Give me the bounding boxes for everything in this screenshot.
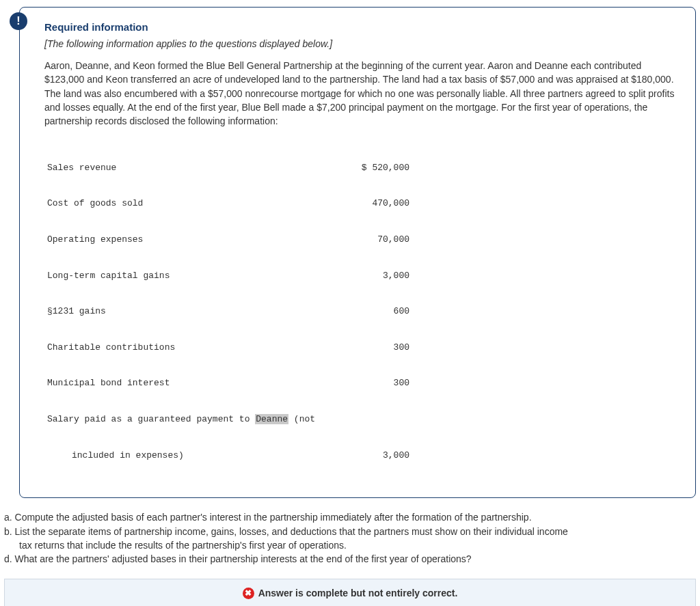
error-icon: ✖ — [243, 588, 254, 599]
question-a: a. Compute the adjusted basis of each pa… — [4, 510, 696, 524]
data-row: Long-term capital gains 3,000 — [47, 270, 677, 282]
question-b-cont: tax returns that include the results of … — [4, 538, 696, 552]
data-label: Salary paid as a guaranteed payment to D… — [47, 413, 334, 426]
data-row: Salary paid as a guaranteed payment to D… — [47, 413, 677, 426]
highlight-deanne: Deanne — [255, 414, 288, 424]
data-label: Sales revenue — [47, 162, 334, 174]
salary-suffix: (not — [288, 414, 315, 424]
data-label: Long-term capital gains — [47, 270, 334, 282]
question-d: d. What are the partners' adjusted bases… — [4, 552, 696, 566]
status-bar: ✖Answer is complete but not entirely cor… — [4, 579, 696, 606]
data-value: 300 — [334, 342, 409, 354]
data-value: 70,000 — [334, 234, 409, 246]
applies-note: [The following information applies to th… — [44, 38, 677, 49]
required-heading: Required information — [44, 21, 677, 33]
data-value: 600 — [334, 305, 409, 318]
data-row: included in expenses) 3,000 — [47, 450, 677, 462]
data-label: Cost of goods sold — [47, 197, 334, 210]
data-label: Municipal bond interest — [47, 377, 334, 389]
data-row: Charitable contributions 300 — [47, 342, 677, 354]
financial-data-block: Sales revenue $ 520,000 Cost of goods so… — [44, 137, 677, 485]
data-value: 470,000 — [334, 197, 409, 210]
data-label: §1231 gains — [47, 305, 334, 318]
data-value: 3,000 — [334, 450, 409, 462]
data-row: Sales revenue $ 520,000 — [47, 162, 677, 174]
data-row: Operating expenses 70,000 — [47, 234, 677, 246]
data-row: Cost of goods sold 470,000 — [47, 197, 677, 210]
data-label: Operating expenses — [47, 234, 334, 246]
data-value: 3,000 — [334, 270, 409, 282]
data-label: included in expenses) — [47, 450, 334, 462]
data-row: §1231 gains 600 — [47, 305, 677, 318]
question-list: a. Compute the adjusted basis of each pa… — [4, 510, 696, 566]
question-b: b. List the separate items of partnershi… — [4, 525, 696, 538]
status-text: Answer is complete but not entirely corr… — [258, 588, 458, 598]
data-value: 300 — [334, 377, 409, 389]
data-value — [334, 413, 409, 426]
required-info-card: Required information [The following info… — [19, 7, 696, 498]
scenario-text: Aaron, Deanne, and Keon formed the Blue … — [44, 59, 677, 128]
data-value: $ 520,000 — [334, 162, 409, 174]
alert-icon: ! — [10, 12, 27, 30]
data-label: Charitable contributions — [47, 342, 334, 354]
salary-prefix: Salary paid as a guaranteed payment to — [47, 414, 255, 424]
data-row: Municipal bond interest 300 — [47, 377, 677, 389]
